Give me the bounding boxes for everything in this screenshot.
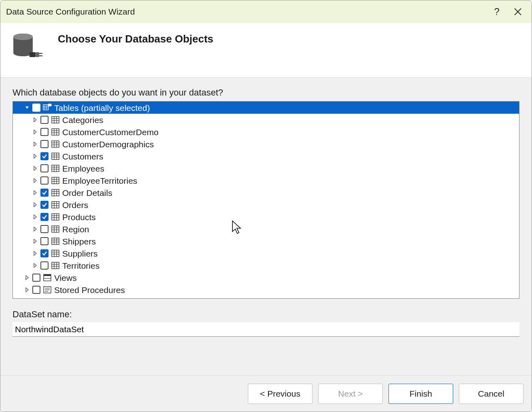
- expand-icon[interactable]: [32, 262, 39, 269]
- tree-node-table[interactable]: Employees: [13, 162, 519, 174]
- tree-node-table[interactable]: Territories: [13, 259, 519, 272]
- table-icon: [51, 201, 60, 209]
- table-icon: [51, 261, 60, 270]
- expand-icon[interactable]: [32, 177, 39, 184]
- objects-tree-container: Tables (partially selected) Categories C…: [13, 101, 519, 299]
- checkbox[interactable]: [40, 164, 49, 172]
- tree-node-table[interactable]: Customers: [13, 150, 519, 162]
- expand-icon[interactable]: [32, 116, 39, 123]
- cancel-button[interactable]: Cancel: [459, 384, 524, 404]
- tree-node-table[interactable]: CustomerCustomerDemo: [13, 126, 519, 138]
- previous-button[interactable]: < Previous: [248, 384, 312, 404]
- checkbox[interactable]: [40, 249, 49, 257]
- sprocs-group-icon: [43, 286, 52, 294]
- tree-node-label: Products: [62, 213, 96, 221]
- tree-node-table[interactable]: EmployeeTerritories: [13, 174, 519, 187]
- dataset-name-input[interactable]: [13, 322, 519, 337]
- svg-rect-26: [52, 141, 59, 147]
- tables-group-icon: [43, 104, 52, 112]
- svg-rect-41: [52, 177, 59, 184]
- tree-node-label: Employees: [62, 164, 104, 173]
- expand-icon[interactable]: [32, 165, 39, 172]
- checkbox[interactable]: [40, 128, 49, 136]
- expand-icon[interactable]: [32, 189, 39, 196]
- expand-icon[interactable]: [32, 140, 39, 148]
- tree-node-table[interactable]: CustomerDemographics: [13, 138, 519, 150]
- objects-tree[interactable]: Tables (partially selected) Categories C…: [13, 102, 519, 298]
- checkbox[interactable]: [40, 237, 49, 245]
- checkbox[interactable]: [40, 261, 49, 270]
- svg-point-5: [13, 34, 33, 40]
- tree-node-label: CustomerDemographics: [62, 140, 154, 149]
- checkbox[interactable]: [40, 189, 49, 197]
- svg-rect-15: [48, 104, 51, 106]
- collapse-icon[interactable]: [23, 104, 31, 111]
- tree-node-table[interactable]: Order Details: [13, 187, 519, 199]
- tree-node-table[interactable]: Shippers: [13, 235, 519, 247]
- svg-rect-51: [52, 202, 59, 208]
- checkbox[interactable]: [32, 274, 40, 282]
- tree-node-table[interactable]: Products: [13, 211, 519, 223]
- tree-node-label: Region: [62, 225, 89, 234]
- expand-icon[interactable]: [23, 274, 31, 281]
- checkbox[interactable]: [40, 140, 49, 148]
- tree-node-label: Stored Procedures: [54, 286, 125, 294]
- checkbox[interactable]: [40, 213, 49, 221]
- table-icon: [51, 152, 60, 160]
- checkbox[interactable]: [32, 286, 40, 294]
- page-heading: Choose Your Database Objects: [58, 31, 213, 45]
- svg-rect-10: [43, 105, 49, 110]
- expand-icon[interactable]: [32, 250, 39, 257]
- table-icon: [51, 164, 60, 172]
- svg-rect-46: [52, 189, 59, 196]
- tree-node-label: Views: [54, 274, 77, 282]
- expand-icon[interactable]: [32, 225, 39, 233]
- tree-node-table[interactable]: Categories: [13, 114, 519, 126]
- table-icon: [51, 249, 60, 257]
- expand-icon[interactable]: [23, 286, 31, 293]
- expand-icon[interactable]: [32, 238, 39, 245]
- tree-node-table[interactable]: Region: [13, 223, 519, 235]
- svg-rect-31: [52, 153, 59, 159]
- wizard-window: Data Source Configuration Wizard ?: [0, 0, 532, 412]
- tree-node-table[interactable]: Suppliers: [13, 247, 519, 259]
- checkbox[interactable]: [40, 152, 49, 160]
- tree-node-stored-procedures[interactable]: Stored Procedures: [13, 284, 519, 296]
- checkbox[interactable]: [40, 116, 49, 124]
- expand-icon[interactable]: [32, 201, 39, 208]
- tree-node-tables[interactable]: Tables (partially selected): [13, 102, 519, 114]
- close-button[interactable]: [507, 0, 528, 23]
- svg-rect-36: [52, 165, 59, 172]
- checkbox[interactable]: [40, 176, 49, 185]
- tree-node-table[interactable]: Orders: [13, 199, 519, 211]
- tree-node-label: EmployeeTerritories: [62, 176, 137, 185]
- checkbox[interactable]: [40, 225, 49, 233]
- checkbox[interactable]: [32, 104, 40, 112]
- help-button[interactable]: ?: [486, 0, 507, 23]
- tree-node-label: Suppliers: [62, 249, 98, 258]
- help-icon: ?: [494, 6, 499, 17]
- svg-rect-21: [52, 129, 59, 135]
- table-icon: [51, 176, 60, 185]
- finish-button[interactable]: Finish: [388, 384, 453, 404]
- next-button: Next >: [318, 384, 383, 404]
- svg-rect-16: [52, 117, 59, 123]
- expand-icon[interactable]: [32, 153, 39, 160]
- tree-node-label: Tables (partially selected): [54, 104, 150, 112]
- tree-node-label: Orders: [62, 201, 88, 209]
- prompt-label: Which database objects do you want in yo…: [13, 87, 519, 98]
- expand-icon[interactable]: [32, 213, 39, 221]
- svg-rect-76: [52, 262, 59, 269]
- checkbox[interactable]: [40, 201, 49, 209]
- dataset-name-label: DataSet name:: [13, 309, 519, 320]
- svg-rect-56: [52, 214, 59, 220]
- wizard-body: Which database objects do you want in yo…: [0, 78, 532, 375]
- wizard-header: Choose Your Database Objects: [0, 23, 532, 78]
- svg-rect-6: [30, 52, 35, 57]
- wizard-footer: < Previous Next > Finish Cancel: [0, 375, 532, 412]
- table-icon: [51, 213, 60, 221]
- database-icon: [12, 33, 44, 65]
- expand-icon[interactable]: [32, 128, 39, 136]
- table-icon: [51, 116, 60, 124]
- tree-node-views[interactable]: Views: [13, 272, 519, 284]
